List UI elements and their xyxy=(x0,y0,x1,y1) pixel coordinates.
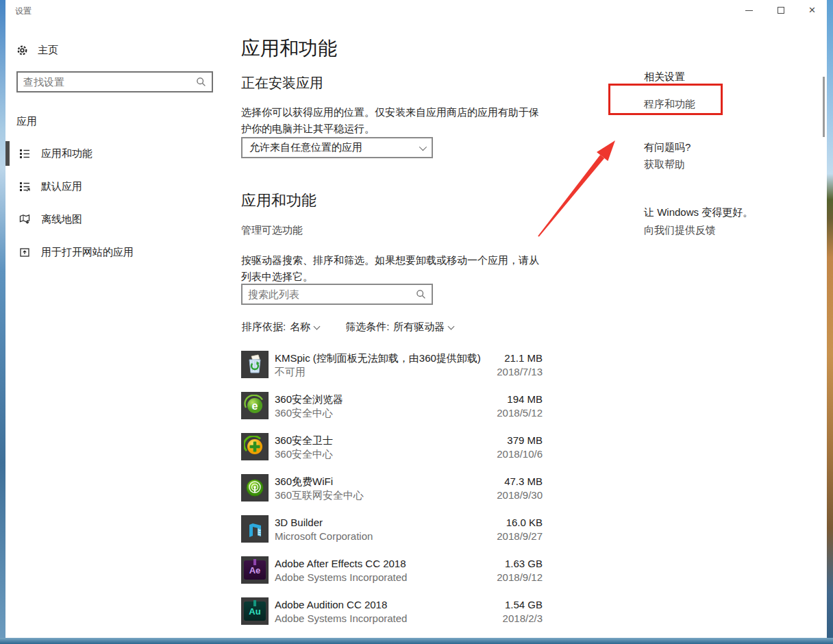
minimize-button[interactable] xyxy=(734,0,764,21)
app-row-after-effects[interactable]: Ae Adobe After Effects CC 2018 Adobe Sys… xyxy=(241,556,543,597)
make-windows-better-heading: 让 Windows 变得更好。 xyxy=(644,206,753,219)
default-apps-icon xyxy=(19,181,30,192)
filter-by-label: 筛选条件: xyxy=(345,321,389,334)
sort-by-label: 排序依据: xyxy=(242,321,286,334)
window-title: 设置 xyxy=(15,5,32,17)
360-wifi-icon xyxy=(241,474,269,501)
page-title: 应用和功能 xyxy=(241,36,337,62)
settings-search-box[interactable] xyxy=(16,71,213,92)
app-publisher: 360互联网安全中心 xyxy=(275,488,364,502)
close-button[interactable]: × xyxy=(797,0,827,21)
sidebar-item-default-apps[interactable]: 默认应用 xyxy=(5,173,236,200)
app-list: KMSpic (控制面板无法卸载，由360提供卸载) 不可用 21.1 MB 2… xyxy=(241,351,543,638)
desktop-wallpaper-right xyxy=(827,0,833,644)
svg-text:e: e xyxy=(252,400,258,412)
app-publisher: Adobe Systems Incorporated xyxy=(275,612,407,626)
have-question-heading: 有问题吗? xyxy=(644,141,691,154)
sidebar-section-apps: 应用 xyxy=(16,115,37,128)
app-publisher: Microsoft Corporation xyxy=(275,530,373,543)
app-row-360-safeguard[interactable]: 360安全卫士 360安全中心 379 MB 2018/10/6 xyxy=(241,433,543,474)
app-size: 47.3 MB xyxy=(497,475,543,488)
app-date: 2018/2/3 xyxy=(503,612,543,626)
offline-maps-icon xyxy=(19,214,30,225)
settings-search-input[interactable] xyxy=(18,73,196,91)
app-size: 1.54 GB xyxy=(503,598,543,612)
app-date: 2018/7/13 xyxy=(497,365,543,379)
sidebar-item-offline-maps[interactable]: 离线地图 xyxy=(5,206,236,233)
app-source-dropdown-value: 允许来自任意位置的应用 xyxy=(249,141,419,154)
close-icon: × xyxy=(809,3,816,17)
app-size: 16.0 KB xyxy=(497,516,543,530)
sidebar-item-home[interactable]: 主页 xyxy=(16,40,58,60)
app-name: KMSpic (控制面板无法卸载，由360提供卸载) xyxy=(275,351,481,365)
home-label: 主页 xyxy=(38,44,58,57)
recycle-bin-icon xyxy=(241,351,269,378)
sidebar-item-label: 离线地图 xyxy=(41,213,82,226)
app-publisher: 360安全中心 xyxy=(275,406,343,420)
app-date: 2018/9/30 xyxy=(497,488,543,502)
app-row-audition[interactable]: Au Adobe Audition CC 2018 Adobe Systems … xyxy=(241,597,543,638)
search-icon xyxy=(416,289,426,299)
sidebar-item-label: 应用和功能 xyxy=(41,147,92,160)
app-name: 360免费WiFi xyxy=(275,475,364,488)
give-feedback-link[interactable]: 向我们提供反馈 xyxy=(644,224,716,237)
annotation-red-arrow xyxy=(521,132,623,241)
app-size: 379 MB xyxy=(497,434,543,447)
chevron-down-icon[interactable] xyxy=(448,323,455,330)
app-publisher: 360安全中心 xyxy=(275,447,333,461)
apps-features-heading: 应用和功能 xyxy=(241,190,316,211)
desktop-wallpaper-left xyxy=(0,0,5,644)
sidebar-item-label: 用于打开网站的应用 xyxy=(41,246,134,259)
app-size: 21.1 MB xyxy=(497,351,543,365)
sidebar-item-apps-for-websites[interactable]: 用于打开网站的应用 xyxy=(5,238,236,266)
360-safeguard-icon xyxy=(241,433,269,460)
gear-icon xyxy=(16,45,28,56)
app-date: 2018/10/6 xyxy=(497,447,543,461)
programs-and-features-link[interactable]: 程序和功能 xyxy=(644,98,695,111)
app-size: 194 MB xyxy=(497,393,543,406)
3d-builder-icon xyxy=(241,515,269,543)
app-name: 3D Builder xyxy=(275,516,373,530)
app-name: Adobe Audition CC 2018 xyxy=(275,598,407,612)
chevron-down-icon xyxy=(419,143,427,150)
app-row-kmspic[interactable]: KMSpic (控制面板无法卸载，由360提供卸载) 不可用 21.1 MB 2… xyxy=(241,351,543,392)
after-effects-icon: Ae xyxy=(241,556,269,584)
chevron-down-icon[interactable] xyxy=(314,323,321,330)
sidebar-item-apps-features[interactable]: 应用和功能 xyxy=(5,140,236,167)
app-list-search-input[interactable] xyxy=(243,285,416,304)
apps-features-icon xyxy=(19,148,30,159)
app-name: 360安全浏览器 xyxy=(275,393,343,406)
sidebar-item-label: 默认应用 xyxy=(41,180,82,193)
audition-icon: Au xyxy=(241,597,269,625)
app-date: 2018/9/27 xyxy=(497,530,543,543)
app-row-360-wifi[interactable]: 360免费WiFi 360互联网安全中心 47.3 MB 2018/9/30 xyxy=(241,474,543,515)
app-list-search-box[interactable] xyxy=(241,284,433,305)
minimize-icon xyxy=(745,10,753,11)
search-icon xyxy=(196,77,206,87)
settings-window: 设置 × 主页 应用 应用和功能 默认应用 xyxy=(5,0,827,638)
app-row-3d-builder[interactable]: 3D Builder Microsoft Corporation 16.0 KB… xyxy=(241,515,543,556)
installing-apps-heading: 正在安装应用 xyxy=(241,74,323,92)
app-date: 2018/5/12 xyxy=(497,406,543,420)
app-name: Adobe After Effects CC 2018 xyxy=(275,557,407,571)
installing-apps-description: 选择你可以获得应用的位置。仅安装来自应用商店的应用有助于保护你的电脑并让其平稳运… xyxy=(241,104,545,137)
desktop-wallpaper-bottom xyxy=(0,638,833,644)
apps-for-websites-icon xyxy=(19,247,30,258)
scrollbar-thumb[interactable] xyxy=(823,77,825,137)
filter-by-value[interactable]: 所有驱动器 xyxy=(393,321,445,334)
360-browser-icon: e xyxy=(241,392,269,419)
sort-by-value[interactable]: 名称 xyxy=(290,321,310,334)
maximize-icon xyxy=(778,7,784,14)
app-name: 360安全卫士 xyxy=(275,434,333,447)
related-settings-heading: 相关设置 xyxy=(644,71,685,84)
app-date: 2018/9/12 xyxy=(497,571,543,584)
maximize-button[interactable] xyxy=(765,0,796,21)
sort-filter-row: 排序依据: 名称 筛选条件: 所有驱动器 xyxy=(242,321,455,334)
app-publisher: 不可用 xyxy=(275,365,481,379)
app-publisher: Adobe Systems Incorporated xyxy=(275,571,407,584)
manage-optional-features-link[interactable]: 管理可选功能 xyxy=(241,224,303,237)
app-source-dropdown[interactable]: 允许来自任意位置的应用 xyxy=(241,137,433,158)
app-size: 1.63 GB xyxy=(497,557,543,571)
app-row-360-browser[interactable]: e 360安全浏览器 360安全中心 194 MB 2018/5/12 xyxy=(241,392,543,433)
get-help-link[interactable]: 获取帮助 xyxy=(644,158,685,171)
